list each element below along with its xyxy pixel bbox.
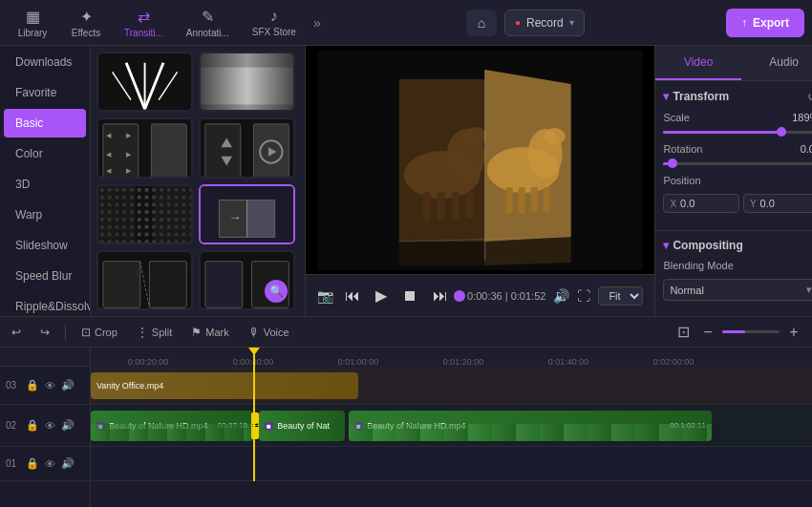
tab-audio[interactable]: Audio (741, 46, 812, 80)
transitions-panel: Downloads Favorite Basic Color 3D Warp S… (0, 46, 305, 316)
clip-nature-3[interactable]: ■ Beauty of Nature HD.mp4 00:1:02:11 (349, 411, 712, 441)
undo-button[interactable]: ↩ (8, 324, 25, 341)
svg-rect-32 (205, 261, 243, 307)
rotation-value: 0.0° (801, 143, 812, 155)
svg-rect-39 (423, 192, 431, 221)
track-visible-02[interactable]: 👁 (44, 419, 56, 433)
play-button[interactable]: ▶ (372, 283, 391, 308)
zoom-out-button[interactable]: − (697, 322, 718, 343)
category-downloads[interactable]: Downloads (4, 48, 86, 76)
flash-thumb (98, 53, 191, 112)
crop-button[interactable]: ⊡ Crop (77, 324, 121, 341)
track-visible-01[interactable]: 👁 (44, 457, 56, 471)
rotation-slider[interactable] (663, 162, 812, 165)
category-3d[interactable]: 3D (4, 170, 86, 199)
more-button[interactable]: » (310, 11, 325, 34)
blending-mode-select[interactable]: Normal ▾ (663, 279, 812, 301)
transition-cube[interactable]: → Cube (199, 184, 295, 244)
track-visible-03[interactable]: 👁 (44, 379, 56, 392)
category-color[interactable]: Color (4, 139, 86, 168)
camera-button[interactable]: 📷 (317, 288, 333, 304)
category-slideshow[interactable]: Slideshow (4, 231, 86, 260)
volume-button[interactable]: 🔊 (553, 288, 569, 304)
main-area: Downloads Favorite Basic Color 3D Warp S… (0, 46, 812, 316)
category-warp[interactable]: Warp (4, 201, 86, 229)
stop-button[interactable]: ⏹ (398, 284, 421, 308)
track-lock-01[interactable]: 🔒 (25, 456, 40, 471)
record-dropdown-icon: ▾ (569, 17, 574, 28)
transition-evaporate1[interactable]: Evaporate 1 (199, 117, 295, 178)
clip-vanity[interactable]: Vanity Office.mp4 (91, 372, 358, 399)
crop-icon: ⊡ (81, 326, 91, 339)
transition-fade[interactable]: Fade (199, 52, 295, 112)
position-y[interactable]: Y 0.0 (743, 194, 812, 213)
scale-label: Scale (663, 112, 690, 123)
ruler: 0:00:20:00 0:00:40:00 0:01:00:00 0:01:20… (91, 348, 812, 367)
tab-sfx[interactable]: ♪ SFX Store (243, 4, 306, 41)
top-bar: ▦ Library ✦ Effects ⇄ Transiti... ✎ Anno… (0, 0, 812, 46)
scale-fill (663, 131, 780, 134)
clip-nature-2[interactable]: ■ Beauty of Nat (259, 411, 345, 441)
track-audio-03[interactable]: 🔊 (60, 378, 75, 392)
svg-rect-50 (531, 187, 538, 212)
zoom-slider[interactable] (722, 330, 780, 333)
transition-evaporate2[interactable]: ◀ ▶ ◀ ▶ ◀ ▶ Evaporate 2 (96, 117, 193, 178)
video-controls: 📷 ⏮ ▶ ⏹ ⏭ 0:00:36 | 0:01:52 🔊 (306, 274, 654, 316)
record-button[interactable]: ● Record ▾ (504, 10, 585, 36)
tab-transitions-label: Transiti... (124, 28, 163, 38)
time-display: 0:00:36 | 0:01:52 (467, 290, 545, 302)
track-row-01 (91, 447, 812, 481)
tab-effects[interactable]: ✦ Effects (61, 4, 111, 42)
timeline-content[interactable]: 0:00:20:00 0:00:40:00 0:01:00:00 0:01:20… (91, 348, 812, 507)
track-lock-03[interactable]: 🔒 (25, 378, 40, 392)
tab-annotations[interactable]: ✎ Annotati... (177, 4, 239, 42)
category-favorite[interactable]: Favorite (4, 78, 86, 107)
track-audio-02[interactable]: 🔊 (60, 418, 75, 433)
timeline: ↩ ↪ ⊡ Crop ⋮ Split ⚑ Mark 🎙 Voice ⊡ − + (0, 316, 812, 507)
category-ripple[interactable]: Ripple&Dissolve (4, 292, 86, 316)
scale-slider[interactable] (663, 131, 812, 134)
tab-library[interactable]: ▦ Library (8, 4, 57, 42)
y-value: 0.0 (760, 198, 775, 209)
home-button[interactable]: ⌂ (466, 10, 497, 36)
svg-point-38 (464, 127, 487, 146)
zoom-fit-button[interactable]: ⊡ (673, 322, 694, 343)
transition-extra1[interactable] (96, 250, 193, 310)
export-button[interactable]: ↑ Export (726, 9, 804, 37)
fit-select[interactable]: Fit (598, 286, 643, 306)
voice-button[interactable]: 🎙 Voice (245, 324, 293, 341)
position-x[interactable]: X 0.0 (663, 194, 739, 213)
mark-button[interactable]: ⚑ Mark (187, 324, 232, 341)
voice-label: Voice (264, 327, 289, 338)
track-lock-02[interactable]: 🔒 (25, 418, 40, 433)
chevron-down-icon2: ▾ (663, 239, 669, 252)
transition-flash[interactable]: Flash (96, 52, 193, 112)
blend-chevron-icon: ▾ (806, 284, 812, 296)
right-tabs: Video Audio (655, 46, 812, 81)
timeline-body: 03 🔒 👁 🔊 02 🔒 👁 🔊 01 🔒 👁 🔊 (0, 348, 812, 507)
skip-forward-button[interactable]: ⏭ (429, 284, 452, 308)
tab-transitions[interactable]: ⇄ Transiti... (115, 4, 173, 42)
redo-button[interactable]: ↪ (36, 324, 53, 341)
blending-mode-row: Blending Mode (663, 260, 812, 271)
split-button[interactable]: ⋮ Split (133, 324, 176, 341)
category-speedblur[interactable]: Speed Blur (4, 262, 86, 290)
transform-reset-button[interactable]: ↺ (807, 89, 812, 104)
sfx-icon: ♪ (270, 8, 278, 25)
fullscreen-button[interactable]: ⛶ (577, 288, 590, 304)
tab-video[interactable]: Video (655, 46, 741, 80)
clip-nature-1[interactable]: ■ Beauty of Nature HD.mp4 00:37:10 (91, 411, 253, 441)
skip-back-button[interactable]: ⏮ (341, 284, 364, 308)
playhead[interactable] (253, 348, 255, 367)
svg-rect-51 (544, 187, 550, 212)
track-audio-01[interactable]: 🔊 (60, 456, 75, 471)
transition-dissolve[interactable]: Dissolve (96, 184, 193, 244)
category-basic[interactable]: Basic (4, 109, 86, 137)
category-list: Downloads Favorite Basic Color 3D Warp S… (0, 46, 91, 316)
transition-extra2[interactable]: 🔍 (199, 250, 295, 310)
rotation-row: Rotation 0.0° (663, 143, 812, 155)
svg-rect-48 (506, 187, 513, 214)
ruler-mark-3: 0:01:00:00 (338, 357, 379, 367)
zoom-fill (722, 330, 745, 333)
zoom-in-button[interactable]: + (783, 322, 804, 343)
